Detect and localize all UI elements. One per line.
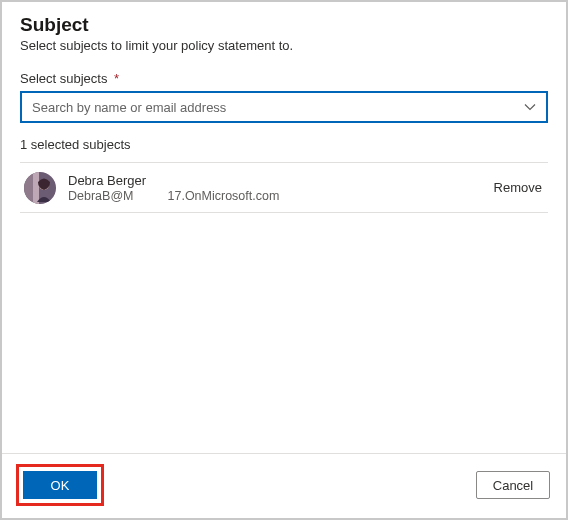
list-item: Debra Berger DebraB@M 17.OnMicrosoft.com…	[20, 163, 548, 213]
avatar	[24, 172, 56, 204]
required-asterisk: *	[114, 71, 119, 86]
svg-rect-2	[33, 172, 39, 204]
chevron-down-icon	[524, 101, 536, 113]
svg-rect-1	[24, 172, 33, 204]
select-subjects-placeholder: Search by name or email address	[32, 100, 226, 115]
page-title: Subject	[20, 14, 548, 36]
dialog-footer: OK Cancel	[2, 453, 566, 518]
selected-count-label: 1 selected subjects	[20, 137, 548, 152]
select-subjects-label: Select subjects *	[20, 71, 548, 86]
person-email-local: DebraB@M	[68, 189, 134, 203]
page-subtitle: Select subjects to limit your policy sta…	[20, 38, 548, 53]
person-name: Debra Berger	[68, 173, 279, 188]
selected-subjects-list: Debra Berger DebraB@M 17.OnMicrosoft.com…	[20, 162, 548, 213]
dialog-content: Subject Select subjects to limit your po…	[2, 2, 566, 453]
cancel-button[interactable]: Cancel	[476, 471, 550, 499]
ok-button-highlight: OK	[16, 464, 104, 506]
select-subjects-label-text: Select subjects	[20, 71, 107, 86]
select-subjects-input[interactable]: Search by name or email address	[20, 91, 548, 123]
remove-button[interactable]: Remove	[494, 180, 542, 195]
person-info: Debra Berger DebraB@M 17.OnMicrosoft.com	[68, 173, 279, 203]
person-email-domain: 17.OnMicrosoft.com	[168, 189, 280, 203]
ok-button[interactable]: OK	[23, 471, 97, 499]
